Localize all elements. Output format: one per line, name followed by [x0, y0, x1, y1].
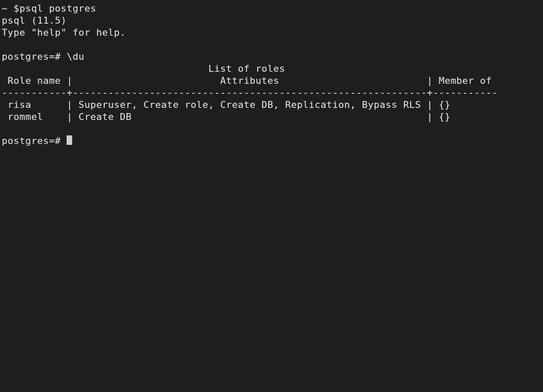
- psql-prompt[interactable]: postgres=#: [2, 135, 67, 146]
- terminal-cursor: [67, 135, 72, 145]
- table-row: rommel | Create DB | {}: [2, 111, 451, 122]
- table-row: risa | Superuser, Create role, Create DB…: [2, 99, 451, 110]
- psql-version-line: psql (11.5): [2, 15, 67, 26]
- psql-command-line: postgres=# \du: [2, 51, 84, 62]
- terminal-window[interactable]: ~ $psql postgres psql (11.5) Type "help"…: [0, 0, 543, 392]
- psql-help-line: Type "help" for help.: [2, 27, 126, 38]
- roles-table-header: Role name | Attributes | Member of: [2, 75, 498, 86]
- shell-prompt-line: ~ $psql postgres: [2, 3, 96, 14]
- roles-table-separator: -----------+----------------------------…: [2, 87, 498, 98]
- roles-table-title: List of roles: [2, 63, 285, 74]
